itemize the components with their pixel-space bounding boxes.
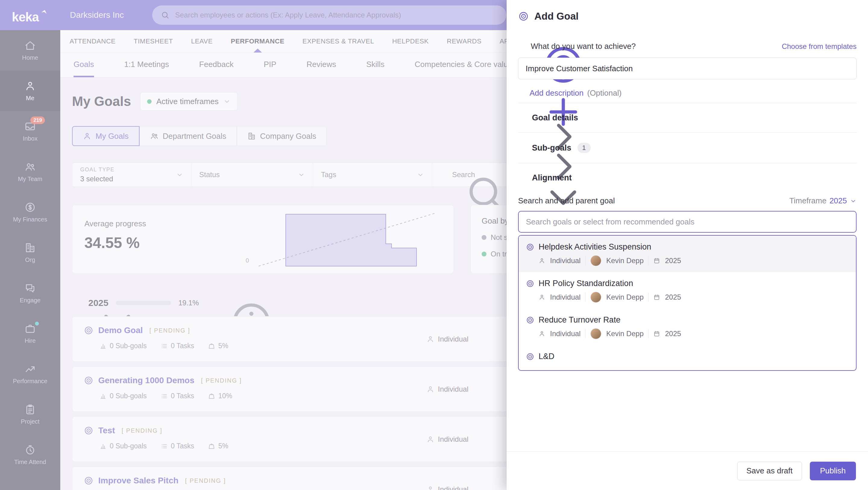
- goal-suggestion[interactable]: L&D: [519, 345, 856, 367]
- goal-suggestion[interactable]: HR Policy Standardization Individual Kev…: [519, 272, 856, 309]
- subgoals-count: 0 Sub-goals: [99, 392, 147, 400]
- close-icon[interactable]: [844, 10, 857, 22]
- divider: [648, 293, 649, 302]
- chevron-down-icon: [223, 98, 230, 105]
- calendar-icon: [653, 294, 660, 300]
- weight-icon: [208, 342, 215, 350]
- global-search[interactable]: [152, 5, 506, 25]
- goal-name-input[interactable]: [518, 58, 857, 79]
- tasks-count: 0 Tasks: [161, 442, 194, 450]
- publish-button[interactable]: Publish: [810, 462, 856, 480]
- add-description-link[interactable]: Add description (Optional): [518, 88, 857, 98]
- sidebar-item-label: My Team: [18, 176, 42, 182]
- search-icon: [440, 171, 448, 179]
- year-progress-bar: [116, 301, 171, 305]
- chevron-down-icon: [176, 171, 183, 178]
- tab-performance[interactable]: PERFORMANCE: [231, 30, 284, 53]
- goal-type: Individual: [427, 385, 468, 394]
- subtab-11-meetings[interactable]: 1:1 Meetings: [124, 53, 169, 77]
- page-title: My Goals: [72, 94, 131, 109]
- collapse-chevron-icon[interactable]: [72, 298, 81, 308]
- tab-attendance[interactable]: ATTENDANCE: [70, 30, 116, 53]
- company-goals-button[interactable]: Company Goals: [237, 126, 327, 146]
- goal-type-label: GOAL TYPE: [80, 167, 176, 173]
- global-search-input[interactable]: [175, 10, 498, 20]
- tab-leave[interactable]: LEAVE: [191, 30, 213, 53]
- sidebar-item-inbox[interactable]: 219 Inbox: [0, 111, 60, 151]
- goal-target-icon: [518, 11, 529, 22]
- team-icon: [24, 161, 36, 173]
- keka-logo[interactable]: keka: [0, 0, 60, 30]
- goal-name[interactable]: Test: [98, 426, 115, 435]
- divider: [648, 329, 649, 338]
- divider: [585, 256, 586, 265]
- tab-timesheet[interactable]: TIMESHEET: [134, 30, 173, 53]
- goal-target-icon: [84, 376, 93, 385]
- year-progress-percent: 19.1%: [179, 299, 199, 307]
- progress-step-chart: [255, 210, 439, 268]
- sidebar-item-label: My Finances: [13, 216, 47, 223]
- tab-rewards[interactable]: REWARDS: [447, 30, 482, 53]
- sidebar-item-project[interactable]: Project: [0, 394, 60, 434]
- sidebar-item-me[interactable]: Me: [0, 70, 60, 111]
- info-icon[interactable]: [206, 299, 214, 307]
- parent-goal-label: Search and add parent goal: [518, 196, 789, 205]
- tab-helpdesk[interactable]: HELPDESK: [392, 30, 429, 53]
- engage-icon: [24, 282, 36, 294]
- status-filter[interactable]: Status: [191, 163, 313, 186]
- sidebar-item-my-team[interactable]: My Team: [0, 151, 60, 192]
- department-goals-button[interactable]: Department Goals: [140, 126, 237, 146]
- sidebar-item-engage[interactable]: Engage: [0, 273, 60, 313]
- user-icon: [538, 257, 545, 264]
- save-as-draft-button[interactable]: Save as draft: [737, 462, 802, 480]
- sidebar-item-hire[interactable]: Hire: [0, 313, 60, 354]
- user-icon: [24, 80, 36, 92]
- sidebar-item-org[interactable]: Org: [0, 232, 60, 273]
- sidebar-item-time-attend[interactable]: Time Attend: [0, 434, 60, 475]
- goal-name[interactable]: Generating 1000 Demos: [98, 376, 194, 385]
- logo-text: keka: [12, 11, 38, 24]
- goal-suggestion[interactable]: Helpdesk Activities Suspension Individua…: [519, 236, 856, 272]
- goal-name[interactable]: Demo Goal: [98, 325, 143, 335]
- divider: [585, 293, 586, 302]
- inbox-count-badge: 219: [30, 116, 45, 124]
- performance-icon: [24, 363, 36, 375]
- sub-goals-count-badge: 1: [578, 143, 591, 153]
- timeframe-selector[interactable]: Timeframe 2025: [789, 196, 857, 205]
- company-name: Darksiders Inc: [70, 10, 124, 20]
- recommended-goals-dropdown: Helpdesk Activities Suspension Individua…: [518, 235, 857, 371]
- parent-goal-search-input[interactable]: [518, 211, 857, 233]
- tags-filter[interactable]: Tags: [313, 163, 432, 186]
- goal-type-value: 3 selected: [80, 175, 176, 183]
- my-goals-button[interactable]: My Goals: [72, 126, 140, 146]
- sidebar-item-performance[interactable]: Performance: [0, 354, 60, 394]
- divider: [648, 256, 649, 265]
- sidebar-item-home[interactable]: Home: [0, 30, 60, 70]
- subtab-pip[interactable]: PIP: [264, 53, 276, 77]
- building-icon: [247, 132, 256, 140]
- sidebar-item-label: Time Attend: [14, 459, 46, 466]
- subtab-competencies[interactable]: Competencies & Core values: [415, 53, 516, 77]
- subtab-feedback[interactable]: Feedback: [199, 53, 234, 77]
- goal-target-icon: [84, 426, 93, 435]
- subtab-reviews[interactable]: Reviews: [307, 53, 336, 77]
- goal-type-filter[interactable]: GOAL TYPE 3 selected: [72, 163, 191, 186]
- goal-name[interactable]: Improve Sales Pitch: [98, 476, 179, 486]
- time-attend-icon: [24, 444, 36, 456]
- subtab-skills[interactable]: Skills: [366, 53, 384, 77]
- choose-templates-link[interactable]: Choose from templates: [782, 42, 857, 51]
- user-icon: [427, 385, 434, 393]
- subtab-goals[interactable]: Goals: [73, 53, 94, 77]
- goal-target-icon: [526, 279, 534, 288]
- goal-type: Individual: [427, 335, 468, 343]
- optional-label: (Optional): [587, 88, 621, 98]
- goal-suggestion[interactable]: Reduce Turnover Rate Individual Kevin De…: [519, 309, 856, 345]
- tab-expenses-travel[interactable]: EXPENSES & TRAVEL: [303, 30, 374, 53]
- logo-arcs-icon: [39, 8, 49, 18]
- user-icon: [427, 335, 434, 343]
- sidebar-item-my-finances[interactable]: My Finances: [0, 192, 60, 232]
- calendar-icon: [653, 330, 660, 337]
- timeframe-filter-dropdown[interactable]: Active timeframes: [140, 92, 238, 111]
- search-icon: [161, 10, 170, 20]
- chevron-down-icon: [518, 174, 526, 182]
